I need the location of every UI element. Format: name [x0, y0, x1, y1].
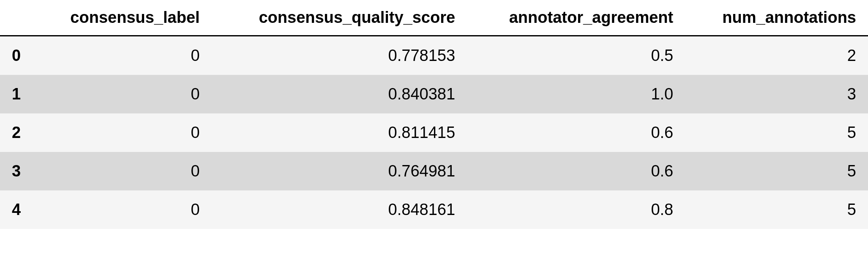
- cell-annotator-agreement: 0.6: [467, 152, 685, 190]
- row-index: 4: [0, 190, 34, 229]
- cell-consensus-label: 0: [34, 36, 212, 75]
- cell-consensus-quality-score: 0.840381: [212, 75, 467, 113]
- cell-annotator-agreement: 0.8: [467, 190, 685, 229]
- row-index: 3: [0, 152, 34, 190]
- cell-num-annotations: 2: [685, 36, 868, 75]
- cell-consensus-label: 0: [34, 75, 212, 113]
- cell-num-annotations: 5: [685, 113, 868, 152]
- cell-num-annotations: 3: [685, 75, 868, 113]
- header-num-annotations: num_annotations: [685, 0, 868, 36]
- row-index: 1: [0, 75, 34, 113]
- table-row: 2 0 0.811415 0.6 5: [0, 113, 868, 152]
- header-index: [0, 0, 34, 36]
- cell-consensus-label: 0: [34, 190, 212, 229]
- table-row: 0 0 0.778153 0.5 2: [0, 36, 868, 75]
- cell-consensus-quality-score: 0.764981: [212, 152, 467, 190]
- header-consensus-label: consensus_label: [34, 0, 212, 36]
- cell-annotator-agreement: 1.0: [467, 75, 685, 113]
- header-row: consensus_label consensus_quality_score …: [0, 0, 868, 36]
- cell-annotator-agreement: 0.5: [467, 36, 685, 75]
- cell-consensus-quality-score: 0.811415: [212, 113, 467, 152]
- header-consensus-quality-score: consensus_quality_score: [212, 0, 467, 36]
- table-row: 1 0 0.840381 1.0 3: [0, 75, 868, 113]
- cell-consensus-quality-score: 0.848161: [212, 190, 467, 229]
- cell-annotator-agreement: 0.6: [467, 113, 685, 152]
- cell-consensus-label: 0: [34, 152, 212, 190]
- row-index: 2: [0, 113, 34, 152]
- header-annotator-agreement: annotator_agreement: [467, 0, 685, 36]
- cell-num-annotations: 5: [685, 190, 868, 229]
- data-table: consensus_label consensus_quality_score …: [0, 0, 868, 229]
- cell-num-annotations: 5: [685, 152, 868, 190]
- row-index: 0: [0, 36, 34, 75]
- cell-consensus-quality-score: 0.778153: [212, 36, 467, 75]
- table-body: 0 0 0.778153 0.5 2 1 0 0.840381 1.0 3 2 …: [0, 36, 868, 229]
- table-row: 3 0 0.764981 0.6 5: [0, 152, 868, 190]
- cell-consensus-label: 0: [34, 113, 212, 152]
- table-row: 4 0 0.848161 0.8 5: [0, 190, 868, 229]
- table-header: consensus_label consensus_quality_score …: [0, 0, 868, 36]
